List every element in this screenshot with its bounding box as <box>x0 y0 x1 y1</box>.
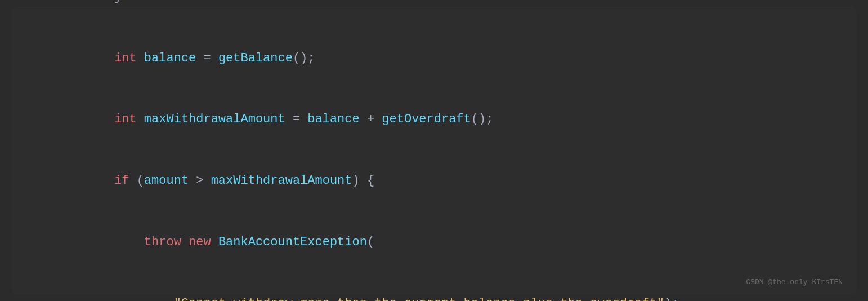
code-line-8: throw new BankAccountException( <box>40 212 828 273</box>
code-container: public void withdraw(int amount) { if (a… <box>12 7 856 294</box>
code-block: public void withdraw(int amount) { if (a… <box>40 0 828 301</box>
kw-if-2: if <box>114 174 129 188</box>
code-line-6: int maxWithdrawalAmount = balance + getO… <box>40 89 828 150</box>
fn-getoverdraft: getOverdraft <box>382 112 471 126</box>
code-line-4: } <box>40 0 828 28</box>
var-maxwithdrawal-2: maxWithdrawalAmount <box>211 174 352 188</box>
code-line-7: if (amount > maxWithdrawalAmount) { <box>40 150 828 212</box>
fn-bankexception-2: BankAccountException <box>218 235 367 249</box>
var-balance-2: balance <box>307 112 359 126</box>
code-line-9: "Cannot withdraw more than the current b… <box>40 273 828 301</box>
var-balance: balance <box>144 51 196 65</box>
kw-throw-2: throw <box>144 235 181 249</box>
kw-new-2: new <box>189 235 211 249</box>
fn-getbalance: getBalance <box>218 51 293 65</box>
str-msg-2: "Cannot withdraw more than the current b… <box>174 296 664 301</box>
var-amount-2: amount <box>144 174 189 188</box>
watermark: CSDN @the only KIrsTEN <box>746 278 843 286</box>
kw-int-3: int <box>114 112 137 126</box>
var-maxwithdrawal: maxWithdrawalAmount <box>144 112 285 126</box>
kw-int-2: int <box>114 51 137 65</box>
code-line-5: int balance = getBalance(); <box>40 28 828 89</box>
